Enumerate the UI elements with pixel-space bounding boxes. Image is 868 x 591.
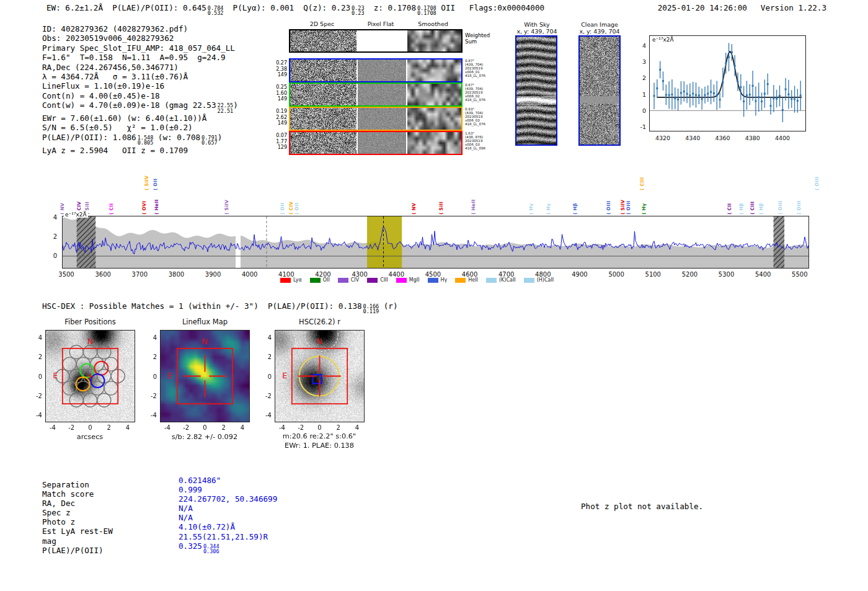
pixelflat-image (358, 60, 406, 81)
match-row-value: 224.267702, 50.346699 (179, 494, 277, 504)
spec2d-row (289, 131, 463, 155)
legend-label: MgII (409, 277, 420, 283)
match-row-label: Separation (42, 480, 113, 489)
spec2d-image (290, 108, 356, 130)
spec2d-row-weights: 0.071.77129 (270, 133, 287, 151)
text-segment: S/N = 6.5(±0.5) χ² = 1.0(±0.2) (42, 123, 193, 132)
match-row-value: N/A (179, 513, 277, 522)
line-marker-oiii: ( OIII (777, 201, 783, 215)
legend-item: CIII (367, 277, 388, 283)
info-line: ID: 4028279362 (4028279362.pdf) (42, 24, 238, 33)
text-segment: ID: 4028279362 (4028279362.pdf) (42, 24, 188, 33)
legend-swatch (396, 278, 407, 283)
text-segment: EWr = 7.60(±1.60) (w: 6.40(±1.10))Å (42, 113, 206, 123)
pixelflat-image (358, 108, 406, 130)
compass-north-label: N (87, 337, 93, 346)
legend-item: Hγ (428, 277, 448, 283)
clean-image (578, 35, 621, 146)
compass-east-label: E (167, 371, 172, 380)
info-line: LineFlux = 1.10(±0.19)e-16 (42, 81, 238, 91)
phot-z-note: Phot z plot not available. (581, 502, 703, 511)
uncertainty-fraction: 0.7910.657 (202, 135, 218, 146)
spec2d-row (289, 29, 463, 53)
text-segment: Obs: 20230519v006_4028279362 (42, 33, 174, 43)
spec2d-image (290, 132, 356, 154)
match-row-value: 21.55(21.51,21.59)R (179, 532, 277, 541)
match-row-label: Est LyA rest-EW (42, 527, 113, 536)
legend-label: OII (323, 277, 330, 283)
withsky-title: With Sky x, y: 439, 704 (506, 21, 568, 35)
match-row-value: 0.3250.3440.306 (179, 541, 277, 554)
hsc-y-ticks: 420-2-4 (257, 337, 272, 415)
uncertainty-fraction: 0.17080.1708 (417, 6, 436, 16)
line-marker-hγ: ( Hγ (528, 203, 534, 215)
info-line: Obs: 20230519v006_4028279362 (42, 33, 238, 43)
inset-flux-unit-label: e⁻¹⁷x2Å (651, 37, 675, 43)
spec2d-image (290, 84, 356, 105)
legend-label: Hγ (441, 277, 448, 283)
line-marker-hβ: ( Hβ (758, 203, 764, 215)
smoothed-image (407, 108, 461, 130)
match-table-values: 0.621486"0.999224.267702, 50.346699N/AN/… (179, 476, 277, 554)
text-segment: LineFlux = 1.10(±0.19)e-16 (42, 81, 164, 91)
text-segment: F=1.6" T=0.158 N=1.11 A=0.95 g=24.9 (42, 53, 226, 62)
line-marker-siii: ( SiII (438, 202, 444, 215)
pixelflat-blank (358, 30, 406, 51)
line-marker-hβ: ( Hβ (738, 203, 744, 215)
legend-item: OII (310, 277, 330, 283)
line-marker-heii: ( HeII (154, 200, 159, 215)
text-segment: (w: 0.708 (153, 133, 200, 142)
lineflux-overlay: N E (161, 331, 249, 422)
text-segment: P(LAE)/P(OII): 1.086 (42, 133, 136, 142)
elixer-report-page: EW: 6.2±1.2Å P(LAE)/P(OII): 0.6450.7840.… (0, 0, 868, 591)
info-line: RA,Dec (224.267456,50.346771) (42, 63, 238, 72)
legend-swatch (455, 278, 466, 283)
line-marker-heii: ( HeII (471, 200, 476, 215)
text-segment: ) (218, 133, 223, 142)
pixelflat-title: Pixel Flat (356, 20, 405, 27)
info-line: LyA z = 2.5904 OII z = 0.1709 (42, 146, 238, 155)
match-row-label: Spec z (42, 508, 113, 517)
header-summary: EW: 6.2±1.2Å P(LAE)/P(OII): 0.6450.7840.… (46, 3, 544, 16)
legend-swatch (486, 278, 497, 283)
match-row-label: mag (42, 536, 113, 546)
line-marker-oiii: ( OIII (814, 177, 820, 190)
info-line: P(LAE)/P(OII): 1.0861.5480.805 (w: 0.708… (42, 133, 238, 146)
line-legend: LyαOIICIVCIIIMgIIHγHeII(K)CaII(H)CaII (280, 277, 554, 283)
text-segment: Cont(n) = 4.00(±0.45)e-18 (42, 91, 160, 100)
weighted-sum-label: WeightedSum (465, 33, 490, 45)
crosshair (184, 355, 226, 398)
legend-label: HeII (468, 277, 478, 283)
uncertainty-fraction: 0.230.23 (352, 6, 364, 16)
match-row-label: Match score (42, 489, 113, 499)
line-marker-oii: ( OII (294, 203, 299, 215)
text-segment: EW: 6.2±1.2Å P(LAE)/P(OII): 0.645 (46, 3, 206, 12)
smoothed-image (407, 30, 461, 51)
text-segment: Primary Spec_Slot_IFU_AMP: 418_057_064_L… (42, 43, 235, 53)
info-line: F=1.6" T=0.158 N=1.11 A=0.95 g=24.9 (42, 53, 238, 62)
spec2d-row-meta: 0.87"(439, 704)20230519v006_01418_LL_076 (465, 59, 505, 78)
spectrum-y-ticks: 420 (46, 217, 57, 256)
legend-item: (K)CaII (486, 277, 516, 283)
full-spectrum-plot (62, 216, 809, 269)
line-marker-hβ: ( Hβ (572, 203, 578, 215)
match-table-labels: SeparationMatch scoreRA, DecSpec zPhoto … (42, 480, 113, 555)
smoothed-image (407, 60, 461, 81)
hsc-overlay: N E (275, 331, 364, 422)
spec2d-row-weights: 0.192.62149 (270, 109, 287, 127)
legend-swatch (280, 278, 291, 283)
spec2d-row-weights: 0.272.38149 (270, 60, 287, 78)
legend-label: (H)CaII (537, 277, 554, 283)
spec2d-row (289, 82, 463, 107)
hsc-cutout-panel: N E (275, 330, 365, 422)
legend-item: HeII (455, 277, 478, 283)
text-segment: λ = 4364.72Å σ = 3.11(±0.76)Å (42, 72, 188, 81)
line-marker-cii: ( CII (108, 203, 114, 215)
compass-east-label: E (53, 371, 58, 380)
text-segment: z: 0.1708 (365, 3, 416, 12)
text-segment: P(Lyα): 0.001 Q(z): 0.23 (223, 3, 350, 12)
spec2d-image (290, 30, 356, 51)
uncertainty-fraction: 0.7840.532 (208, 6, 224, 16)
line-marker-ciii: ( CIII (750, 202, 755, 215)
match-row-value: 4.10(±0.72)Å (179, 522, 277, 531)
